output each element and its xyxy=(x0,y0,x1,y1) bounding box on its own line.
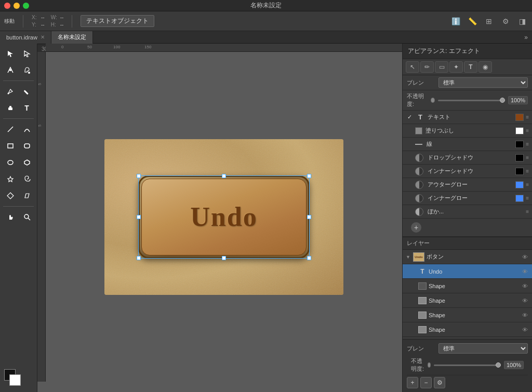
layer-shape-1-visibility[interactable]: 👁 xyxy=(521,282,529,290)
layers-header: レイヤー xyxy=(403,237,532,250)
parallelogram-tool[interactable] xyxy=(19,188,35,204)
rect-tool[interactable] xyxy=(3,138,18,154)
layer-undo-text[interactable]: T Undo 👁 xyxy=(403,264,532,279)
layer-shape-4-visibility[interactable]: 👁 xyxy=(521,326,529,334)
effect-stroke-check[interactable] xyxy=(406,141,413,148)
effect-dropshadow-swatch[interactable] xyxy=(515,154,524,161)
layer-shape-3[interactable]: Shape 👁 xyxy=(403,308,532,322)
effect-stroke-swatch[interactable] xyxy=(515,141,524,148)
select-tool[interactable] xyxy=(3,46,18,61)
ellipse-tool[interactable] xyxy=(3,155,18,170)
effect-outerglow[interactable]: アウターグロー ≡ xyxy=(403,178,532,192)
layer-settings-button[interactable]: ⚙ xyxy=(434,377,445,388)
rect-tools-row xyxy=(1,138,36,154)
grid-icon[interactable]: ⊞ xyxy=(483,16,495,27)
zoom-tool[interactable] xyxy=(19,209,35,225)
layer-undo-visibility[interactable]: 👁 xyxy=(521,267,529,276)
effect-fill-menu[interactable]: ≡ xyxy=(526,128,529,133)
maximize-button[interactable] xyxy=(23,3,29,9)
layer-shape-1-name: Shape xyxy=(429,283,518,289)
align-icon[interactable]: ⚙ xyxy=(500,16,511,27)
effect-text-check[interactable]: ✓ xyxy=(406,114,413,121)
curve-tool[interactable] xyxy=(19,121,35,137)
rounded-rect-tool[interactable] xyxy=(19,138,35,154)
color-swatches[interactable] xyxy=(4,369,26,388)
effect-innerglow-check[interactable] xyxy=(406,195,413,202)
effect-outerglow-check[interactable] xyxy=(406,181,413,188)
effect-innershadow-menu[interactable]: ≡ xyxy=(526,168,529,174)
appearance-fill-icon[interactable]: ◉ xyxy=(478,61,492,73)
effect-innerglow[interactable]: インナーグロー ≡ xyxy=(403,192,532,205)
effect-stroke-menu[interactable]: ≡ xyxy=(526,141,529,147)
layer-group-visibility[interactable]: 👁 xyxy=(521,253,529,261)
effect-innershadow-swatch[interactable] xyxy=(515,168,524,175)
spiral-tool[interactable] xyxy=(19,171,35,187)
effect-innershadow-check[interactable] xyxy=(406,168,413,175)
background-swatch[interactable] xyxy=(9,374,21,386)
hand-tool[interactable] xyxy=(3,209,18,225)
effect-dropshadow-menu[interactable]: ≡ xyxy=(526,155,529,160)
canvas-wrapper[interactable]: Undo xyxy=(46,52,402,382)
blend-select[interactable]: 標準 xyxy=(438,77,528,88)
add-effect-button[interactable]: + xyxy=(411,222,421,233)
layer-shape-3-visibility[interactable]: 👁 xyxy=(521,311,529,319)
bottom-opacity-slider[interactable] xyxy=(434,364,501,366)
effect-outerglow-swatch[interactable] xyxy=(515,181,524,188)
appearance-arrow-icon[interactable]: ↖ xyxy=(406,61,419,73)
stamp-tool[interactable] xyxy=(3,100,18,116)
minimize-button[interactable] xyxy=(14,3,20,9)
polygon-tool[interactable] xyxy=(19,155,35,170)
effect-stroke[interactable]: 線 ≡ xyxy=(403,138,532,151)
button-object[interactable]: Undo xyxy=(138,175,310,259)
tab-more-button[interactable]: » xyxy=(520,34,532,41)
layer-shape-1[interactable]: Shape 👁 xyxy=(403,279,532,293)
effect-innerglow-swatch[interactable] xyxy=(515,195,524,202)
add-layer-button[interactable]: + xyxy=(407,377,418,388)
bottom-blend-select[interactable]: 標準 xyxy=(438,343,528,354)
paint-bucket-tool[interactable] xyxy=(19,62,35,78)
info-icon[interactable]: ℹ️ xyxy=(450,16,461,27)
effect-dropshadow[interactable]: ドロップシャドウ ≡ xyxy=(403,151,532,165)
node-tool[interactable] xyxy=(3,62,18,78)
effect-innershadow[interactable]: インナーシャドウ ≡ xyxy=(403,165,532,178)
effect-fill-check[interactable] xyxy=(406,127,413,134)
appearance-pen-icon[interactable]: ✏ xyxy=(420,61,434,73)
pen-tool[interactable] xyxy=(3,84,18,99)
effect-text[interactable]: ✓ T テキスト ≡ xyxy=(403,111,532,124)
effect-text-swatch[interactable] xyxy=(515,114,524,121)
effect-blur-menu[interactable]: ≡ xyxy=(526,209,529,214)
effect-blur-check[interactable] xyxy=(406,208,413,215)
text-tool[interactable]: T xyxy=(19,100,35,116)
opacity-slider[interactable] xyxy=(438,100,505,101)
effect-text-menu[interactable]: ≡ xyxy=(526,114,529,120)
layer-shape-4[interactable]: Shape 👁 xyxy=(403,322,532,337)
innershadow-icon xyxy=(415,167,423,175)
pencil-tool[interactable] xyxy=(19,84,35,99)
tab-meisho-미설정[interactable]: 名称未設定 xyxy=(51,31,93,44)
rhombus-tool[interactable] xyxy=(3,188,18,204)
effect-blur[interactable]: ぼか... ≡ xyxy=(403,205,532,219)
star-tool[interactable] xyxy=(3,171,18,187)
appearance-rect-icon[interactable]: ▭ xyxy=(435,61,448,73)
window-title: 名称未設定 xyxy=(250,1,282,10)
effect-fill[interactable]: 塗りつぶし ≡ xyxy=(403,124,532,138)
layer-shape-2[interactable]: Shape 👁 xyxy=(403,293,532,308)
tab-button-idraw[interactable]: button.idraw ✕ xyxy=(0,31,51,44)
appearance-node-icon[interactable]: ✦ xyxy=(449,61,463,73)
effect-outerglow-menu[interactable]: ≡ xyxy=(526,182,529,187)
tab-close-button[interactable]: ✕ xyxy=(41,34,45,40)
svg-point-11 xyxy=(8,160,13,165)
direct-select-tool[interactable] xyxy=(19,46,35,61)
layers-icon[interactable]: ◨ xyxy=(516,16,528,27)
layer-shape-2-visibility[interactable]: 👁 xyxy=(521,296,529,305)
delete-layer-button[interactable]: − xyxy=(420,377,432,388)
appearance-text-icon[interactable]: T xyxy=(464,61,477,73)
effect-innerglow-menu[interactable]: ≡ xyxy=(526,195,529,201)
effect-dropshadow-check[interactable] xyxy=(406,154,413,161)
close-button[interactable] xyxy=(4,3,10,9)
layer-group-button[interactable]: ▼ Undo ボタン 👁 xyxy=(403,250,532,264)
effect-fill-swatch[interactable] xyxy=(515,127,524,134)
ruler-icon[interactable]: 📏 xyxy=(467,16,478,27)
layer-expand-icon[interactable]: ▼ xyxy=(406,254,411,260)
line-tool[interactable] xyxy=(3,121,18,137)
